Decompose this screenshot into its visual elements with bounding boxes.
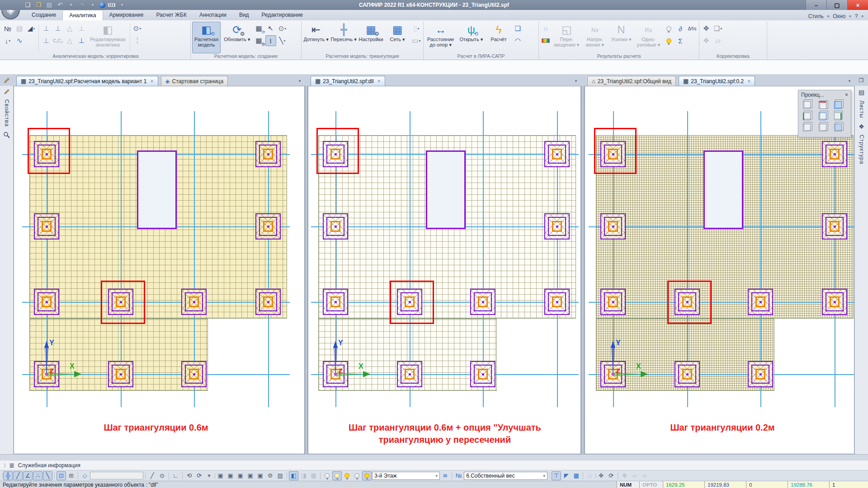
column-cap[interactable] bbox=[748, 361, 773, 387]
close-button[interactable]: × bbox=[847, 0, 868, 10]
drag-handle[interactable]: ⁞⁞ bbox=[4, 463, 5, 468]
proj-iso-button[interactable]: ▣ bbox=[216, 471, 225, 480]
pillar-mode-button[interactable]: ╎ bbox=[132, 35, 143, 46]
close-icon[interactable]: × bbox=[377, 78, 381, 84]
angle-snap-button[interactable]: ∠ bbox=[23, 471, 33, 480]
measure-ruler-icon[interactable] bbox=[108, 3, 115, 7]
column-cap[interactable] bbox=[255, 289, 281, 315]
mosaic-bulb-button[interactable] bbox=[663, 23, 674, 34]
sidebar-tab-structure[interactable]: Структура bbox=[859, 135, 865, 164]
column-cap[interactable] bbox=[600, 213, 626, 239]
redo-dropdown-icon[interactable]: ▾ bbox=[89, 0, 97, 9]
viewport-3[interactable]: YXZШаг триангуляции 0.2мПроекц...× bbox=[585, 86, 854, 454]
column-cap[interactable] bbox=[255, 141, 281, 167]
column-filter-button[interactable]: ⊤ bbox=[552, 471, 561, 480]
frame-deform-button[interactable]: ∩ bbox=[540, 23, 551, 34]
proj-top-button[interactable]: ▣ bbox=[236, 471, 245, 480]
segment-tool-button[interactable]: ╱ bbox=[147, 471, 157, 480]
move-node-button[interactable]: ✥ bbox=[701, 23, 712, 34]
tracking-input[interactable] bbox=[90, 472, 143, 479]
pan-view-button[interactable]: ✥ bbox=[596, 471, 606, 480]
mirror-1-button[interactable]: ▱ bbox=[630, 471, 639, 480]
column-cap[interactable] bbox=[181, 289, 207, 315]
bulb-off-button[interactable] bbox=[322, 471, 332, 480]
line-diag-button[interactable]: ╲▾ bbox=[277, 35, 288, 46]
refresh-view-button[interactable]: ⟳ bbox=[606, 471, 616, 480]
projection-view-icon[interactable] bbox=[803, 113, 811, 120]
screen-free-button[interactable]: ⊞ bbox=[66, 471, 76, 480]
center-point-button[interactable]: ⊙ bbox=[157, 471, 167, 480]
stresses-button[interactable]: NxНапря-жения ▾ bbox=[582, 22, 608, 53]
probe-button[interactable]: ⊙▾ bbox=[132, 23, 143, 34]
proj-front-button[interactable]: ▣ bbox=[226, 471, 235, 480]
undo-dropdown-icon[interactable]: ▾ bbox=[67, 0, 75, 9]
close-icon[interactable]: × bbox=[845, 92, 848, 98]
slab-opening[interactable] bbox=[703, 150, 743, 229]
table-filter-button[interactable]: ▦ bbox=[571, 471, 581, 480]
floor-selector[interactable]: 3-й Этаж▾ bbox=[372, 472, 440, 480]
tab-Аналитика[interactable]: Аналитика bbox=[62, 10, 103, 20]
redo-icon[interactable]: ↷ bbox=[78, 0, 86, 9]
bulb-on-button[interactable] bbox=[342, 471, 352, 480]
column-cap[interactable] bbox=[544, 141, 570, 167]
magnifier-icon[interactable] bbox=[3, 131, 10, 138]
column-cap[interactable] bbox=[600, 289, 626, 315]
mirror-2-button[interactable]: ▱ bbox=[640, 471, 649, 480]
column-cap[interactable] bbox=[181, 361, 207, 387]
slab-opening[interactable] bbox=[137, 150, 177, 229]
column-cap[interactable] bbox=[470, 289, 495, 315]
rotate-more-button[interactable]: ▾ bbox=[204, 471, 214, 480]
copy-props-button[interactable]: ❏▾ bbox=[712, 23, 723, 34]
mesh-refresh-button[interactable]: ▦⟳ bbox=[254, 23, 264, 34]
view-mesh-button[interactable]: ▦ bbox=[309, 471, 318, 480]
column-cap[interactable] bbox=[34, 213, 59, 239]
intersect-button[interactable]: ╋Пересечь ▾ bbox=[330, 22, 357, 53]
column-cap[interactable] bbox=[470, 361, 495, 387]
ghost-column-button[interactable]: ▯▾ bbox=[411, 23, 422, 34]
tab-Армирование[interactable]: Армирование bbox=[103, 10, 150, 20]
update-model-button[interactable]: ⟳⚙Обновить ▾ bbox=[222, 22, 252, 53]
column-cap[interactable] bbox=[822, 141, 847, 167]
tab-Аннотации[interactable]: Аннотации bbox=[193, 10, 233, 20]
editable-analytics-button[interactable]: ◧Редактируемаяаналитика bbox=[88, 22, 128, 53]
proj-settings-button[interactable]: ⚙ bbox=[265, 471, 275, 480]
proj-side-button[interactable]: ▣ bbox=[245, 471, 255, 480]
tab-list-icon[interactable]: ▾ bbox=[571, 79, 581, 86]
document-tab[interactable]: ◈Стартовая страница bbox=[161, 76, 228, 86]
tab-list-icon[interactable]: ▾ bbox=[295, 79, 305, 86]
bulb-soft-button[interactable] bbox=[332, 471, 342, 480]
floor-light-button[interactable] bbox=[362, 471, 372, 480]
ibeam-mode-button[interactable]: I bbox=[265, 35, 276, 46]
window-cascade-icon[interactable]: ❐ bbox=[854, 75, 868, 86]
single-node-button[interactable]: RxОдно-узловые ▾ bbox=[635, 22, 662, 53]
minimize-button[interactable]: – bbox=[806, 0, 826, 10]
column-cap[interactable] bbox=[397, 361, 422, 387]
reach-button[interactable]: ⇤Дотянуть ▾ bbox=[303, 22, 329, 53]
work-plane-button[interactable]: ◇ bbox=[80, 471, 90, 480]
mirror-button[interactable]: ▱ bbox=[712, 35, 723, 46]
new-document-icon[interactable]: ❑ bbox=[24, 0, 32, 9]
support-c1c2-button[interactable]: C₁C₂ bbox=[52, 35, 63, 46]
tab-Создание[interactable]: Создание bbox=[25, 10, 62, 20]
drag-handle[interactable]: ⁞ bbox=[2, 473, 3, 479]
mesh-gear-button[interactable]: ▦⚙ bbox=[254, 35, 264, 46]
probe-2-button[interactable]: ⊙▾ bbox=[277, 23, 288, 34]
mosaic-bulb-on-button[interactable] bbox=[663, 35, 674, 46]
service-info-label[interactable]: Служебная информация bbox=[18, 462, 80, 469]
column-cap[interactable] bbox=[255, 213, 281, 239]
column-cap[interactable] bbox=[34, 289, 59, 315]
column-cap[interactable] bbox=[822, 213, 847, 239]
load-number-button[interactable]: № bbox=[454, 471, 463, 480]
spring-support-button[interactable]: ∿ bbox=[14, 35, 25, 46]
tab-Редактирование[interactable]: Редактирование bbox=[255, 10, 309, 20]
document-tab[interactable]: ▦23_TriangUtil2.spf:Расчетная модель вар… bbox=[16, 76, 158, 86]
support-pin-2-button[interactable]: ⊥ bbox=[41, 35, 52, 46]
line-snap-button[interactable]: ╱ bbox=[13, 471, 23, 480]
cursor-filter-button[interactable]: ◤ bbox=[561, 471, 571, 480]
run-calc-button[interactable]: ϟРасчёт bbox=[486, 22, 511, 53]
load-case-selector[interactable]: 6.Собственный вес▾ bbox=[464, 472, 547, 480]
rotate-y-button[interactable]: ⟳ bbox=[194, 471, 204, 480]
column-cap[interactable] bbox=[323, 289, 348, 315]
support-truss-button[interactable]: △ bbox=[64, 23, 75, 34]
projection-view-icon[interactable] bbox=[819, 113, 826, 120]
